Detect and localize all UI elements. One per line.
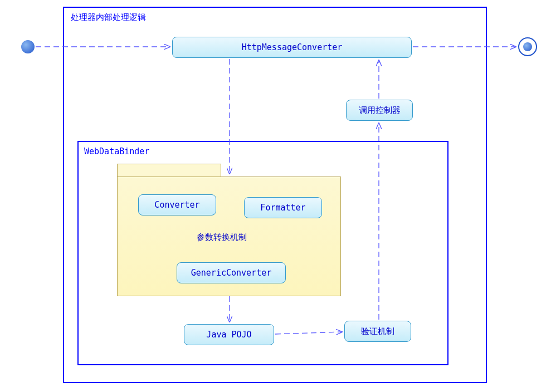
node-java-pojo-label: Java POJO — [206, 330, 251, 340]
end-state-icon — [518, 37, 537, 56]
node-generic-converter-label: GenericConverter — [191, 268, 272, 278]
start-state-icon — [21, 40, 35, 53]
node-converter-label: Converter — [154, 200, 199, 210]
node-http-message-converter: HttpMessageConverter — [172, 37, 412, 58]
node-validation: 验证机制 — [344, 321, 411, 342]
folder-label: 参数转换机制 — [197, 232, 247, 243]
node-java-pojo: Java POJO — [184, 324, 274, 345]
node-formatter: Formatter — [244, 197, 322, 218]
node-http-message-converter-label: HttpMessageConverter — [242, 42, 343, 52]
end-state-inner-icon — [523, 42, 532, 51]
inner-container-title: WebDataBinder — [84, 146, 149, 156]
outer-container-title: 处理器内部处理逻辑 — [71, 12, 146, 23]
node-invoke-controller: 调用控制器 — [346, 100, 413, 121]
node-invoke-controller-label: 调用控制器 — [359, 105, 401, 116]
diagram-canvas: 处理器内部处理逻辑 HttpMessageConverter 调用控制器 Web… — [0, 0, 546, 392]
node-formatter-label: Formatter — [260, 203, 305, 213]
folder-tab — [117, 164, 221, 177]
node-generic-converter: GenericConverter — [177, 262, 286, 283]
node-converter: Converter — [138, 194, 216, 215]
node-validation-label: 验证机制 — [361, 326, 394, 337]
